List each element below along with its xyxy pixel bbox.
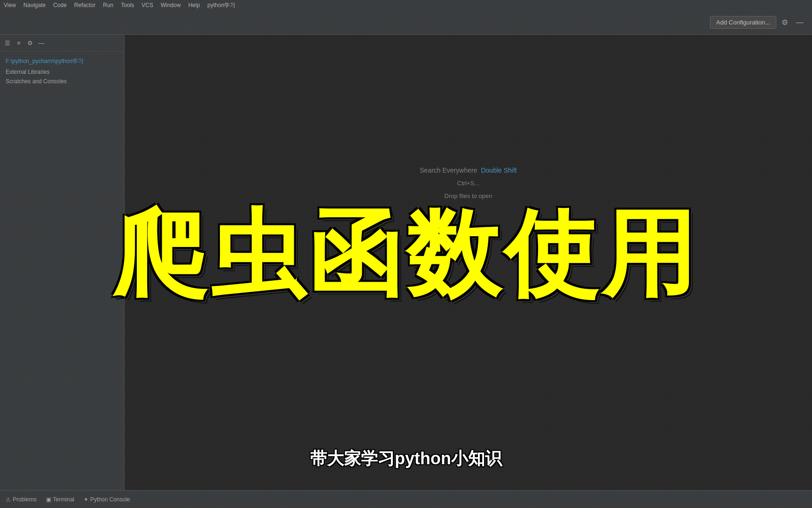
toolbar-row: Add Configuration... ⚙ — xyxy=(0,10,812,35)
menu-help[interactable]: Help xyxy=(188,2,200,8)
terminal-icon: ▣ xyxy=(46,496,51,503)
status-item-problems[interactable]: ⚠ Problems xyxy=(6,496,37,503)
menu-project-name: python学习 xyxy=(207,1,235,9)
sidebar-item-external-libraries[interactable]: External Libraries xyxy=(0,67,124,77)
menu-vcs[interactable]: VCS xyxy=(141,2,153,8)
menu-bar: View Navigate Code Refactor Run Tools VC… xyxy=(0,0,812,10)
search-shortcut: Double Shift xyxy=(481,167,516,174)
panel-toolbar: ☰ ≡ ⚙ — xyxy=(0,35,124,52)
problems-label: Problems xyxy=(13,496,37,503)
menu-code[interactable]: Code xyxy=(53,2,67,8)
settings-icon-button[interactable]: ⚙ xyxy=(778,16,791,29)
search-hint-label: Search Everywhere xyxy=(420,167,477,174)
menu-run[interactable]: Run xyxy=(103,2,113,8)
minimize-icon-button[interactable]: — xyxy=(793,16,806,29)
panel-icon-list[interactable]: ≡ xyxy=(14,39,23,48)
panel-icon-close[interactable]: — xyxy=(37,39,46,48)
menu-tools[interactable]: Tools xyxy=(121,2,134,8)
project-path[interactable]: F:\python_pycharm\python学习 xyxy=(0,56,124,67)
menu-window[interactable]: Window xyxy=(161,2,181,8)
sidebar-item-scratches[interactable]: Scratches and Consoles xyxy=(0,77,124,86)
add-configuration-button[interactable]: Add Configuration... xyxy=(710,16,776,29)
panel-content: F:\python_pycharm\python学习 External Libr… xyxy=(0,52,124,90)
search-hint-row: Search Everywhere Double Shift xyxy=(420,167,516,174)
left-panel: ☰ ≡ ⚙ — F:\python_pycharm\python学习 Exter… xyxy=(0,35,125,490)
menu-view[interactable]: View xyxy=(4,2,16,8)
panel-icon-grid[interactable]: ☰ xyxy=(3,39,12,48)
status-bar: ⚠ Problems ▣ Terminal ✦ Python Console xyxy=(0,490,812,508)
hint-row2: Ctrl+S... xyxy=(457,180,479,187)
terminal-label: Terminal xyxy=(53,496,74,503)
status-item-python-console[interactable]: ✦ Python Console xyxy=(84,496,130,503)
problems-icon: ⚠ xyxy=(6,496,11,503)
python-console-label: Python Console xyxy=(90,496,130,503)
python-console-icon: ✦ xyxy=(84,496,88,503)
panel-icon-settings[interactable]: ⚙ xyxy=(25,39,35,48)
menu-refactor[interactable]: Refactor xyxy=(74,2,95,8)
main-editor-area: Search Everywhere Double Shift Ctrl+S...… xyxy=(125,35,812,490)
search-hint-area: Search Everywhere Double Shift Ctrl+S...… xyxy=(420,167,516,199)
hint-row3: Drop files to open xyxy=(445,192,492,199)
status-item-terminal[interactable]: ▣ Terminal xyxy=(46,496,74,503)
menu-navigate[interactable]: Navigate xyxy=(23,2,46,8)
